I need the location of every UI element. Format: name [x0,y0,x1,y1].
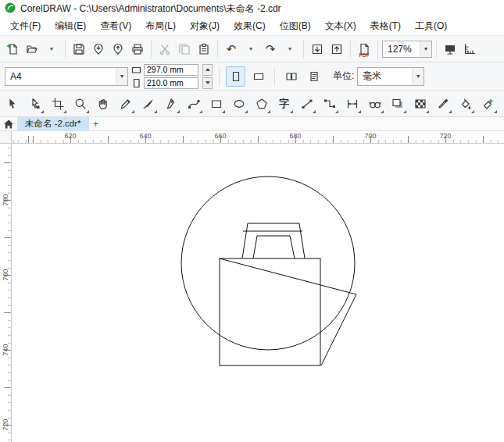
smart-fill-tool[interactable] [477,93,499,115]
copy-button[interactable] [175,39,194,59]
artistic-media-tool[interactable] [138,93,159,115]
page-size-select[interactable]: A4▾ [5,67,128,86]
propbar-separator [219,67,220,86]
spin-up-button[interactable] [202,64,213,76]
mesh-fill-tool[interactable] [409,93,431,115]
print-button[interactable] [128,39,147,59]
interactive-fill-tool[interactable] [455,93,476,115]
freehand-tool[interactable] [115,93,136,115]
show-rulers-button[interactable] [460,39,479,59]
new-document-button[interactable] [3,39,22,59]
page-width-input[interactable] [144,64,198,76]
cut-button[interactable] [155,39,174,59]
h-ruler-label: 680 [289,132,301,140]
undo-dropdown-button[interactable]: ▾ [241,39,260,59]
redo-button[interactable]: ↷ [261,39,280,59]
ellipse-tool[interactable] [228,93,249,115]
drawing-canvas[interactable] [12,144,504,442]
page-height-icon [131,78,141,88]
rectangle-tool-icon [210,98,223,110]
redo-dropdown-button[interactable]: ▾ [281,39,299,59]
menu-table[interactable]: 表格(T) [363,17,408,35]
ruler-row: 620 640 660 680 700 720 [0,131,504,144]
zoom-level-select[interactable]: 127%▾ [382,41,432,58]
toolbox: 字 [0,91,504,117]
redo-icon: ↷ [266,43,276,55]
paste-button[interactable] [195,39,213,59]
toolbar-separator [303,40,304,59]
pick-tool[interactable] [2,93,23,115]
two-point-line-tool[interactable] [296,93,317,115]
document-tab[interactable]: 未命名 -2.cdr* [17,117,89,130]
menu-edit[interactable]: 编辑(E) [48,17,93,35]
ruler-origin-corner[interactable] [0,131,12,144]
save-to-cloud-button[interactable] [109,39,127,59]
paste-icon [198,43,210,55]
vertical-ruler[interactable]: 780 760 740 720 [0,144,12,442]
save-button[interactable] [70,39,88,59]
fullscreen-preview-button[interactable] [441,39,459,59]
chevron-down-icon: ▾ [412,68,424,85]
drop-shadow-tool[interactable] [387,93,408,115]
publish-to-pdf-button[interactable]: PDF [355,39,374,59]
color-eyedropper-tool[interactable] [432,93,453,115]
shadow-tool-icon [391,98,404,110]
shape-tool[interactable] [24,93,45,115]
page-height-input[interactable] [144,77,198,89]
new-tab-button[interactable]: + [89,117,103,130]
toolbar-separator [350,40,351,59]
freehand-tool-icon [120,98,132,110]
chevron-down-icon: ▾ [287,45,294,52]
zoom-tool[interactable] [70,93,91,115]
current-page-button[interactable] [304,66,323,87]
v-ruler-label: 780 [2,194,9,205]
pen-tool[interactable] [160,93,181,115]
titlebar: CorelDRAW - C:\Users\Administrator\Docum… [0,0,504,17]
import-icon [311,43,323,55]
horizontal-ruler[interactable]: 620 640 660 680 700 720 [12,131,504,144]
open-dropdown-button[interactable]: ▾ [42,39,61,59]
connector-tool[interactable] [319,93,340,115]
portrait-orientation-button[interactable] [226,66,245,87]
open-from-cloud-button[interactable] [89,39,108,59]
polygon-tool[interactable] [251,93,272,115]
portrait-page-icon [230,70,242,83]
cloud-open-icon [92,43,105,55]
menu-effects[interactable]: 效果(C) [227,17,273,35]
canvas-row: 780 760 740 720 [0,144,504,442]
rectangle-tool[interactable] [206,93,227,115]
transparency-tool[interactable] [364,93,385,115]
chevron-down-icon: ▾ [116,68,127,85]
landscape-orientation-button[interactable] [248,66,268,87]
glasses-icon [369,98,381,110]
text-tool-icon: 字 [279,97,289,111]
triangle-down-icon [206,81,210,84]
menu-object[interactable]: 对象(J) [183,17,227,35]
h-ruler-label: 620 [64,132,76,140]
import-button[interactable] [308,39,327,59]
spin-down-button[interactable] [202,77,213,89]
undo-button[interactable]: ↶ [222,39,241,59]
h-ruler-label: 700 [364,132,376,140]
dimension-tool[interactable] [341,93,363,115]
chevron-down-icon: ▾ [48,45,55,52]
menu-layout[interactable]: 布局(L) [138,17,183,35]
cut-icon [159,43,171,55]
chevron-down-icon: ▾ [248,45,255,52]
export-button[interactable] [327,39,346,59]
text-tool[interactable]: 字 [273,93,295,115]
pan-tool[interactable] [92,93,113,115]
welcome-screen-button[interactable] [0,117,17,130]
crop-tool[interactable] [47,93,68,115]
open-button[interactable] [23,39,41,59]
units-select[interactable]: 毫米▾ [357,67,424,86]
toolbar-separator [65,40,66,59]
all-pages-button[interactable] [281,66,301,87]
bezier-tool[interactable] [183,93,204,115]
menu-tools[interactable]: 工具(O) [408,17,454,35]
menu-text[interactable]: 文本(X) [318,17,363,35]
pick-tool-icon [6,98,19,110]
menu-view[interactable]: 查看(V) [93,17,138,35]
menu-file[interactable]: 文件(F) [3,17,48,35]
menu-bitmaps[interactable]: 位图(B) [273,17,318,35]
